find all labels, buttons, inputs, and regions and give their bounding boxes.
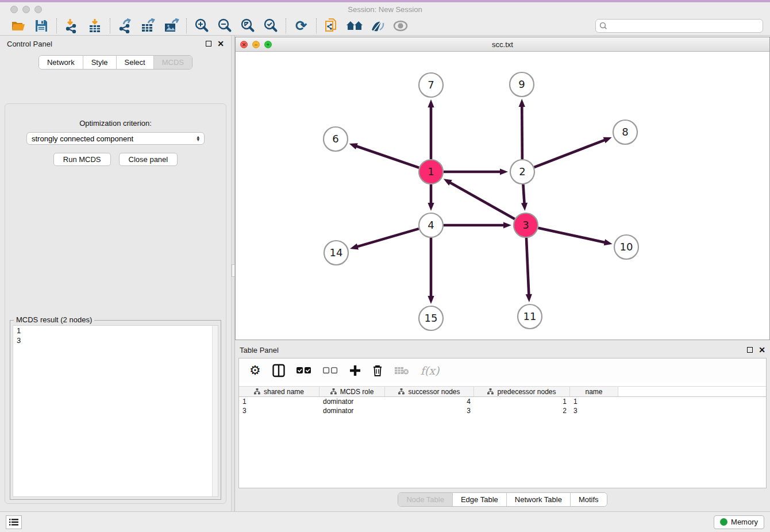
tab-style[interactable]: Style bbox=[83, 56, 117, 69]
column-header-shared-name[interactable]: shared name bbox=[239, 387, 319, 396]
home-layout-icon[interactable] bbox=[343, 17, 366, 34]
edge-3-10[interactable] bbox=[538, 228, 605, 242]
style-preview-icon[interactable] bbox=[366, 17, 389, 34]
import-network-icon[interactable] bbox=[60, 17, 83, 34]
control-panel-header: Control Panel ✕ bbox=[0, 36, 231, 52]
table-tab-node-table[interactable]: Node Table bbox=[398, 493, 453, 506]
table-row[interactable]: 3dominator323 bbox=[239, 406, 766, 415]
close-panel-button[interactable]: Close panel bbox=[119, 153, 178, 166]
result-line: 1 bbox=[13, 326, 218, 336]
application-window: Session: New Session bbox=[0, 0, 770, 532]
network-minimize-button[interactable]: − bbox=[252, 41, 260, 48]
close-table-panel-icon[interactable]: ✕ bbox=[759, 346, 765, 354]
zoom-fit-icon[interactable] bbox=[236, 17, 259, 34]
edge-2-8[interactable] bbox=[534, 140, 606, 167]
criterion-select[interactable]: strongly connected component ▴▾ bbox=[26, 132, 205, 145]
select-all-checked-icon[interactable] bbox=[297, 367, 311, 375]
zoom-selected-icon[interactable] bbox=[259, 17, 282, 34]
edge-1-6[interactable] bbox=[356, 146, 419, 168]
edge-4-14[interactable] bbox=[357, 229, 419, 247]
save-session-icon[interactable] bbox=[30, 17, 53, 34]
deselect-all-icon[interactable] bbox=[323, 367, 338, 375]
table-tab-edge-table[interactable]: Edge Table bbox=[453, 493, 507, 506]
float-table-panel-icon[interactable] bbox=[747, 347, 753, 353]
window-title: Session: New Session bbox=[0, 5, 770, 14]
table-cell[interactable]: 2 bbox=[474, 406, 570, 415]
tab-network[interactable]: Network bbox=[39, 56, 83, 69]
float-panel-icon[interactable] bbox=[206, 41, 211, 47]
edge-arrowhead bbox=[526, 294, 532, 302]
network-close-button[interactable]: ✕ bbox=[240, 41, 248, 48]
export-table-icon[interactable] bbox=[137, 17, 160, 34]
memory-button[interactable]: Memory bbox=[714, 515, 764, 529]
table-tab-motifs[interactable]: Motifs bbox=[571, 493, 607, 506]
control-panel-title: Control Panel bbox=[7, 40, 52, 48]
table-cell[interactable]: dominator bbox=[319, 406, 385, 415]
run-mcds-button[interactable]: Run MCDS bbox=[53, 153, 111, 166]
tab-select[interactable]: Select bbox=[117, 56, 154, 69]
node-label-8: 8 bbox=[622, 126, 628, 138]
titlebar: Session: New Session bbox=[0, 2, 770, 16]
tab-mcds[interactable]: MCDS bbox=[154, 56, 192, 69]
column-header-MCDS-role[interactable]: MCDS role bbox=[319, 387, 385, 396]
column-header-label: successor nodes bbox=[408, 388, 460, 396]
panel-splitter[interactable] bbox=[231, 36, 235, 511]
settings-gear-icon[interactable]: ⚙ bbox=[249, 364, 261, 377]
column-type-icon bbox=[254, 388, 260, 395]
table-cell[interactable]: 3 bbox=[570, 406, 618, 415]
export-image-icon[interactable] bbox=[160, 17, 183, 34]
column-header-successor-nodes[interactable]: successor nodes bbox=[385, 387, 474, 396]
node-label-10: 10 bbox=[620, 241, 633, 253]
search-icon bbox=[599, 22, 607, 30]
table-cell[interactable]: 3 bbox=[385, 406, 474, 415]
result-scrollbar[interactable] bbox=[212, 326, 218, 496]
table-cell[interactable]: 1 bbox=[239, 397, 319, 406]
node-table: shared nameMCDS rolesuccessor nodesprede… bbox=[239, 386, 766, 488]
table-cell[interactable]: 4 bbox=[385, 397, 474, 406]
column-header-label: shared name bbox=[264, 388, 304, 396]
table-cell[interactable]: 3 bbox=[239, 406, 319, 415]
edge-2-3[interactable] bbox=[523, 184, 524, 204]
column-view-icon[interactable] bbox=[272, 364, 285, 377]
clone-network-icon[interactable] bbox=[320, 17, 343, 34]
mcds-result-title: MCDS result (2 nodes) bbox=[14, 315, 94, 324]
mcds-result-textarea[interactable]: 13 bbox=[13, 325, 218, 497]
network-zoom-button[interactable]: + bbox=[264, 41, 272, 48]
table-toolbar: ⚙ f(x) bbox=[239, 358, 766, 383]
edge-2-9[interactable] bbox=[522, 106, 522, 159]
column-header-label: predecessor nodes bbox=[497, 388, 556, 396]
edge-arrowhead bbox=[503, 222, 511, 228]
toolbar-separator bbox=[316, 18, 317, 33]
optimization-criterion-label: Optimization criterion: bbox=[5, 119, 226, 128]
memory-label: Memory bbox=[731, 518, 758, 526]
refresh-icon[interactable]: ⟳ bbox=[290, 17, 313, 34]
delete-column-icon[interactable] bbox=[372, 364, 383, 377]
search-input[interactable] bbox=[610, 22, 759, 30]
memory-status-icon bbox=[720, 518, 727, 526]
network-window-titlebar[interactable]: ✕ − + scc.txt bbox=[236, 37, 769, 52]
open-file-icon[interactable] bbox=[7, 17, 30, 34]
zoom-out-icon[interactable] bbox=[213, 17, 236, 34]
show-graphics-details-icon[interactable] bbox=[389, 17, 412, 34]
import-table-icon[interactable] bbox=[83, 17, 106, 34]
close-panel-icon[interactable]: ✕ bbox=[217, 40, 224, 48]
export-network-icon[interactable] bbox=[114, 17, 137, 34]
column-header-name[interactable]: name bbox=[570, 387, 618, 396]
edge-3-11[interactable] bbox=[526, 238, 529, 295]
table-panel-title: Table Panel bbox=[240, 346, 279, 354]
table-row[interactable]: 1dominator411 bbox=[239, 397, 766, 406]
network-canvas[interactable]: 7968124314101511 bbox=[236, 52, 769, 340]
toolbar-separator bbox=[186, 18, 187, 33]
zoom-in-icon[interactable] bbox=[190, 17, 213, 34]
table-cell[interactable]: 1 bbox=[474, 397, 570, 406]
search-field[interactable] bbox=[595, 19, 763, 33]
column-header-predecessor-nodes[interactable]: predecessor nodes bbox=[474, 387, 570, 396]
table-tab-network-table[interactable]: Network Table bbox=[507, 493, 571, 506]
task-history-button[interactable] bbox=[6, 515, 22, 529]
add-column-icon[interactable] bbox=[349, 365, 361, 376]
table-cell[interactable]: 1 bbox=[570, 397, 618, 406]
edge-arrowhead bbox=[444, 179, 452, 186]
edge-3-1[interactable] bbox=[449, 182, 515, 219]
toolbar-separator bbox=[56, 18, 57, 33]
table-cell[interactable]: dominator bbox=[319, 397, 385, 406]
